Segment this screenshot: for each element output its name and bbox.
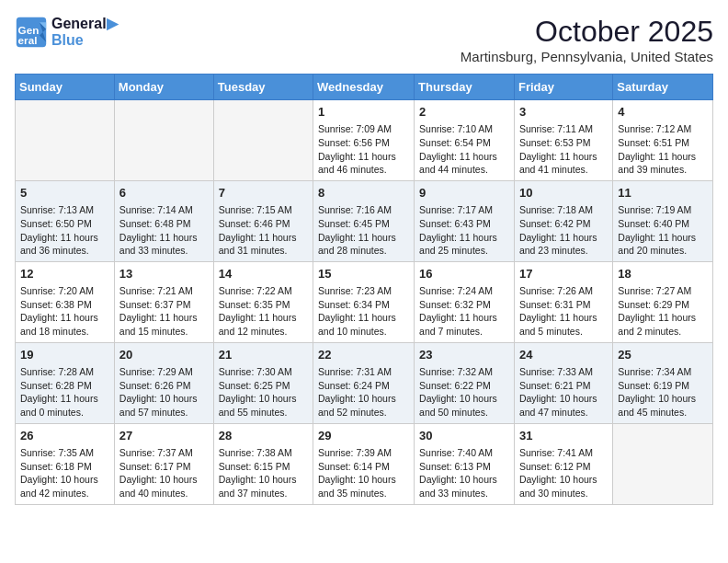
calendar-week-row: 1Sunrise: 7:09 AM Sunset: 6:56 PM Daylig… — [16, 100, 713, 181]
day-number: 22 — [318, 347, 409, 363]
weekday-header-friday: Friday — [514, 75, 612, 100]
calendar-cell: 11Sunrise: 7:19 AM Sunset: 6:40 PM Dayli… — [613, 180, 713, 261]
calendar-table: SundayMondayTuesdayWednesdayThursdayFrid… — [15, 74, 713, 505]
calendar-cell: 17Sunrise: 7:26 AM Sunset: 6:31 PM Dayli… — [514, 261, 612, 342]
day-info: Sunrise: 7:35 AM Sunset: 6:18 PM Dayligh… — [20, 446, 109, 500]
day-number: 10 — [519, 185, 608, 201]
day-number: 23 — [419, 347, 509, 363]
day-info: Sunrise: 7:15 AM Sunset: 6:46 PM Dayligh… — [219, 203, 308, 258]
day-number: 14 — [219, 266, 308, 282]
day-number: 6 — [119, 185, 209, 201]
day-info: Sunrise: 7:21 AM Sunset: 6:37 PM Dayligh… — [119, 284, 209, 339]
day-info: Sunrise: 7:38 AM Sunset: 6:15 PM Dayligh… — [219, 446, 308, 500]
day-info: Sunrise: 7:41 AM Sunset: 6:12 PM Dayligh… — [519, 446, 608, 500]
calendar-cell: 31Sunrise: 7:41 AM Sunset: 6:12 PM Dayli… — [514, 423, 612, 504]
day-info: Sunrise: 7:26 AM Sunset: 6:31 PM Dayligh… — [519, 284, 608, 339]
logo: Gen eral General▶ Blue — [15, 15, 118, 49]
day-info: Sunrise: 7:18 AM Sunset: 6:42 PM Dayligh… — [519, 203, 608, 258]
day-info: Sunrise: 7:32 AM Sunset: 6:22 PM Dayligh… — [419, 365, 509, 419]
svg-text:eral: eral — [18, 33, 38, 45]
calendar-cell: 24Sunrise: 7:33 AM Sunset: 6:21 PM Dayli… — [514, 342, 612, 423]
logo-text: General▶ Blue — [51, 15, 118, 49]
weekday-header-monday: Monday — [114, 75, 213, 100]
day-info: Sunrise: 7:13 AM Sunset: 6:50 PM Dayligh… — [20, 203, 109, 258]
day-number: 5 — [20, 185, 109, 201]
day-info: Sunrise: 7:14 AM Sunset: 6:48 PM Dayligh… — [119, 203, 209, 258]
calendar-header-row: SundayMondayTuesdayWednesdayThursdayFrid… — [16, 75, 713, 100]
calendar-cell: 23Sunrise: 7:32 AM Sunset: 6:22 PM Dayli… — [415, 342, 515, 423]
day-info: Sunrise: 7:29 AM Sunset: 6:26 PM Dayligh… — [119, 365, 209, 419]
day-info: Sunrise: 7:19 AM Sunset: 6:40 PM Dayligh… — [618, 203, 708, 258]
title-block: October 2025 Martinsburg, Pennsylvania, … — [461, 15, 713, 64]
day-info: Sunrise: 7:10 AM Sunset: 6:54 PM Dayligh… — [419, 122, 509, 177]
location: Martinsburg, Pennsylvania, United States — [461, 49, 713, 64]
day-number: 4 — [618, 104, 708, 121]
calendar-cell: 10Sunrise: 7:18 AM Sunset: 6:42 PM Dayli… — [514, 180, 612, 261]
page-header: Gen eral General▶ Blue October 2025 Mart… — [15, 15, 713, 64]
calendar-cell: 29Sunrise: 7:39 AM Sunset: 6:14 PM Dayli… — [313, 423, 415, 504]
day-info: Sunrise: 7:30 AM Sunset: 6:25 PM Dayligh… — [219, 365, 308, 419]
day-info: Sunrise: 7:37 AM Sunset: 6:17 PM Dayligh… — [119, 446, 209, 500]
day-number: 2 — [419, 104, 509, 121]
day-number: 21 — [219, 347, 308, 363]
weekday-header-saturday: Saturday — [613, 75, 713, 100]
day-number: 26 — [20, 428, 109, 444]
day-number: 8 — [318, 185, 409, 201]
calendar-week-row: 12Sunrise: 7:20 AM Sunset: 6:38 PM Dayli… — [16, 261, 713, 342]
day-number: 31 — [519, 428, 608, 444]
calendar-cell: 30Sunrise: 7:40 AM Sunset: 6:13 PM Dayli… — [415, 423, 515, 504]
day-info: Sunrise: 7:27 AM Sunset: 6:29 PM Dayligh… — [618, 284, 708, 339]
calendar-cell: 22Sunrise: 7:31 AM Sunset: 6:24 PM Dayli… — [313, 342, 415, 423]
day-number: 9 — [419, 185, 509, 201]
day-info: Sunrise: 7:31 AM Sunset: 6:24 PM Dayligh… — [318, 365, 409, 419]
calendar-week-row: 5Sunrise: 7:13 AM Sunset: 6:50 PM Daylig… — [16, 180, 713, 261]
calendar-week-row: 26Sunrise: 7:35 AM Sunset: 6:18 PM Dayli… — [16, 423, 713, 504]
day-number: 25 — [618, 347, 708, 363]
day-number: 11 — [618, 185, 708, 201]
day-info: Sunrise: 7:39 AM Sunset: 6:14 PM Dayligh… — [318, 446, 409, 500]
weekday-header-wednesday: Wednesday — [313, 75, 415, 100]
calendar-cell: 18Sunrise: 7:27 AM Sunset: 6:29 PM Dayli… — [613, 261, 713, 342]
calendar-cell: 5Sunrise: 7:13 AM Sunset: 6:50 PM Daylig… — [16, 180, 115, 261]
day-number: 16 — [419, 266, 509, 282]
calendar-cell: 26Sunrise: 7:35 AM Sunset: 6:18 PM Dayli… — [16, 423, 115, 504]
weekday-header-thursday: Thursday — [415, 75, 515, 100]
calendar-week-row: 19Sunrise: 7:28 AM Sunset: 6:28 PM Dayli… — [16, 342, 713, 423]
day-info: Sunrise: 7:33 AM Sunset: 6:21 PM Dayligh… — [519, 365, 608, 419]
day-info: Sunrise: 7:20 AM Sunset: 6:38 PM Dayligh… — [20, 284, 109, 339]
day-number: 28 — [219, 428, 308, 444]
month-title: October 2025 — [461, 15, 713, 49]
calendar-cell: 20Sunrise: 7:29 AM Sunset: 6:26 PM Dayli… — [114, 342, 213, 423]
day-number: 12 — [20, 266, 109, 282]
calendar-cell — [16, 100, 115, 181]
day-info: Sunrise: 7:40 AM Sunset: 6:13 PM Dayligh… — [419, 446, 509, 500]
calendar-cell: 28Sunrise: 7:38 AM Sunset: 6:15 PM Dayli… — [213, 423, 313, 504]
day-number: 19 — [20, 347, 109, 363]
day-number: 7 — [219, 185, 308, 201]
day-info: Sunrise: 7:17 AM Sunset: 6:43 PM Dayligh… — [419, 203, 509, 258]
day-info: Sunrise: 7:11 AM Sunset: 6:53 PM Dayligh… — [519, 122, 608, 177]
day-info: Sunrise: 7:24 AM Sunset: 6:32 PM Dayligh… — [419, 284, 509, 339]
logo-icon: Gen eral — [15, 16, 48, 49]
calendar-cell: 9Sunrise: 7:17 AM Sunset: 6:43 PM Daylig… — [415, 180, 515, 261]
day-info: Sunrise: 7:23 AM Sunset: 6:34 PM Dayligh… — [318, 284, 409, 339]
calendar-cell: 3Sunrise: 7:11 AM Sunset: 6:53 PM Daylig… — [514, 100, 612, 181]
day-number: 30 — [419, 428, 509, 444]
calendar-cell: 27Sunrise: 7:37 AM Sunset: 6:17 PM Dayli… — [114, 423, 213, 504]
day-info: Sunrise: 7:34 AM Sunset: 6:19 PM Dayligh… — [618, 365, 708, 419]
weekday-header-tuesday: Tuesday — [213, 75, 313, 100]
calendar-cell: 1Sunrise: 7:09 AM Sunset: 6:56 PM Daylig… — [313, 100, 415, 181]
calendar-cell — [613, 423, 713, 504]
day-number: 27 — [119, 428, 209, 444]
day-number: 13 — [119, 266, 209, 282]
calendar-cell: 12Sunrise: 7:20 AM Sunset: 6:38 PM Dayli… — [16, 261, 115, 342]
calendar-cell: 21Sunrise: 7:30 AM Sunset: 6:25 PM Dayli… — [213, 342, 313, 423]
calendar-cell: 16Sunrise: 7:24 AM Sunset: 6:32 PM Dayli… — [415, 261, 515, 342]
day-info: Sunrise: 7:12 AM Sunset: 6:51 PM Dayligh… — [618, 122, 708, 177]
day-number: 20 — [119, 347, 209, 363]
calendar-cell: 25Sunrise: 7:34 AM Sunset: 6:19 PM Dayli… — [613, 342, 713, 423]
calendar-cell — [114, 100, 213, 181]
calendar-cell: 14Sunrise: 7:22 AM Sunset: 6:35 PM Dayli… — [213, 261, 313, 342]
calendar-cell: 15Sunrise: 7:23 AM Sunset: 6:34 PM Dayli… — [313, 261, 415, 342]
day-number: 29 — [318, 428, 409, 444]
